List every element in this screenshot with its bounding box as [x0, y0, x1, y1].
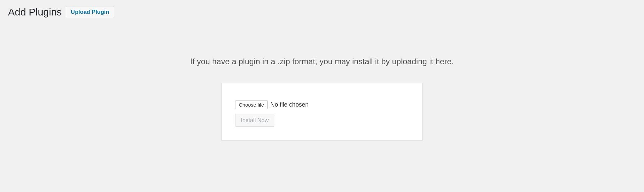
- upload-panel: Choose file No file chosen Install Now: [221, 83, 423, 141]
- file-input-row: Choose file No file chosen: [235, 100, 409, 109]
- choose-file-button[interactable]: Choose file: [235, 100, 268, 109]
- install-now-button[interactable]: Install Now: [235, 114, 274, 127]
- file-status-text: No file chosen: [270, 101, 309, 108]
- page-title: Add Plugins: [8, 6, 62, 18]
- upload-instruction-text: If you have a plugin in a .zip format, y…: [0, 57, 644, 66]
- page-header: Add Plugins Upload Plugin: [0, 0, 644, 18]
- upload-plugin-button[interactable]: Upload Plugin: [66, 6, 114, 18]
